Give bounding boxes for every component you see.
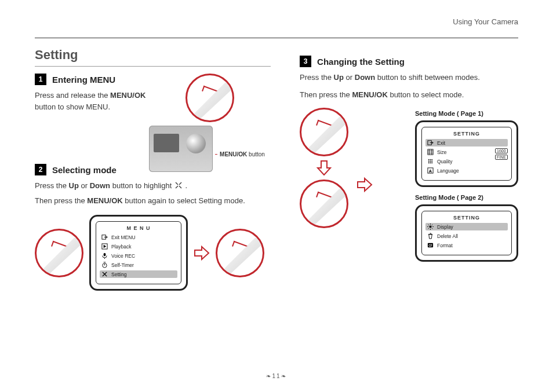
- step-2-body-2: Then press the MENU/OK button again to s…: [35, 195, 271, 207]
- setting-screen-page2: SETTING DisplayDelete AllCFFormat: [415, 204, 518, 262]
- step-3-body-2: Then press the MENU/OK button to select …: [300, 89, 518, 101]
- svg-text:A: A: [429, 168, 432, 174]
- mic-icon: [101, 252, 108, 259]
- menu-item: Self-Timer: [100, 261, 177, 269]
- menu-item-label: Delete All: [437, 233, 458, 239]
- step-3-heading: 3 Changing the Setting: [300, 56, 518, 67]
- menu-item-label: Playback: [111, 244, 132, 250]
- arrow-right-icon: [194, 245, 210, 261]
- menu-item: ALanguage: [425, 167, 508, 174]
- svg-point-18: [431, 163, 432, 164]
- svg-point-11: [430, 159, 431, 160]
- button-closeup-illustration: [300, 179, 348, 228]
- A-icon: A: [427, 167, 434, 174]
- button-closeup-illustration: [35, 229, 83, 277]
- menu-item: Setting: [100, 270, 177, 278]
- svg-marker-5: [195, 247, 209, 259]
- camera-illustration: [149, 126, 213, 172]
- arrow-right-icon: [356, 177, 373, 193]
- step-2-body-1: Press the Up or Down button to highlight…: [35, 180, 271, 192]
- menu-item-label: Self-Timer: [111, 262, 134, 268]
- svg-marker-7: [358, 178, 372, 191]
- menu-item-label: Size: [437, 149, 447, 155]
- step-number-badge: 1: [35, 74, 46, 85]
- menu-item: Delete All: [425, 232, 508, 240]
- step-number-badge: 2: [35, 164, 46, 175]
- menu-screen-title: M E N U: [100, 225, 177, 231]
- menu-item-label: Exit MENU: [111, 235, 136, 240]
- svg-point-12: [431, 159, 432, 160]
- svg-rect-9: [428, 149, 433, 155]
- button-closeup-illustration: [216, 229, 264, 277]
- step2-illustration-row: M E N U Exit MENUPlaybackVoice RECSelf-T…: [35, 215, 271, 291]
- arrow-down-icon: [316, 160, 332, 176]
- menu-item: Exit MENU: [100, 233, 177, 241]
- svg-point-21: [429, 226, 431, 228]
- step-heading-text: Selecting mode: [52, 165, 117, 175]
- tools-icon: [101, 271, 108, 277]
- menu-item-label: Language: [437, 168, 459, 174]
- menu-item: Voice REC: [100, 252, 177, 259]
- side-codes: 1600 FINE: [495, 148, 508, 160]
- exit-icon: [427, 140, 434, 146]
- menu-item-label: Display: [437, 224, 453, 230]
- menu-item: CFFormat: [425, 241, 508, 249]
- svg-point-13: [428, 161, 430, 162]
- tools-icon: [174, 181, 183, 190]
- svg-point-10: [428, 159, 430, 160]
- divider: [35, 38, 518, 38]
- menu-item-label: Format: [437, 243, 453, 248]
- step3-illustration-column: [300, 108, 348, 228]
- button-closeup-illustration: [185, 74, 234, 122]
- menu-item-label: Quality: [437, 159, 452, 164]
- menu-ok-button-label: MENU/OK button: [220, 151, 265, 157]
- setting-screen-title: SETTING: [425, 215, 508, 221]
- bright-icon: [427, 224, 434, 230]
- dots-icon: [427, 158, 434, 164]
- menu-item: Display: [425, 223, 508, 230]
- button-closeup-illustration: [300, 108, 348, 156]
- menu-screen: M E N U Exit MENUPlaybackVoice RECSelf-T…: [89, 215, 188, 291]
- setting-screen-title: SETTING: [425, 131, 508, 137]
- svg-rect-3: [104, 253, 106, 257]
- menu-item-label: Exit: [437, 140, 445, 146]
- cf-icon: CF: [427, 242, 434, 248]
- header-section-label: Using Your Camera: [35, 17, 518, 26]
- pointer-line: [215, 154, 217, 155]
- play-icon: [101, 243, 108, 250]
- menu-item-label: Voice REC: [111, 253, 135, 259]
- svg-point-17: [430, 163, 431, 164]
- setting-page1-caption: Setting Mode ( Page 1): [415, 110, 518, 117]
- step-number-badge: 3: [300, 56, 311, 67]
- step-3-body-1: Press the Up or Down button to shift bet…: [300, 72, 518, 83]
- exit-icon: [101, 234, 108, 240]
- step-heading-text: Entering MENU: [52, 75, 115, 85]
- page-number: ❧11❧: [0, 373, 553, 379]
- setting-screen-page1: SETTING ExitSizeQualityALanguage 1600 FI…: [415, 120, 518, 187]
- step-1-body: Press and release the MENU/OK button to …: [35, 90, 157, 113]
- menu-item: Exit: [425, 139, 508, 146]
- svg-text:CF: CF: [428, 244, 432, 247]
- svg-point-15: [431, 161, 432, 162]
- svg-marker-6: [318, 161, 330, 175]
- menu-item: Playback: [100, 243, 177, 250]
- trash-icon: [427, 233, 434, 239]
- grid-icon: [427, 149, 434, 155]
- section-title: Setting: [35, 47, 271, 67]
- step-heading-text: Changing the Setting: [317, 57, 405, 67]
- menu-item-label: Setting: [111, 272, 126, 277]
- svg-marker-2: [104, 245, 107, 248]
- timer-icon: [101, 262, 108, 268]
- setting-page2-caption: Setting Mode ( Page 2): [415, 194, 518, 201]
- svg-point-16: [428, 163, 430, 164]
- step1-illustration: MENU/OK button: [149, 74, 271, 172]
- svg-point-14: [430, 161, 431, 162]
